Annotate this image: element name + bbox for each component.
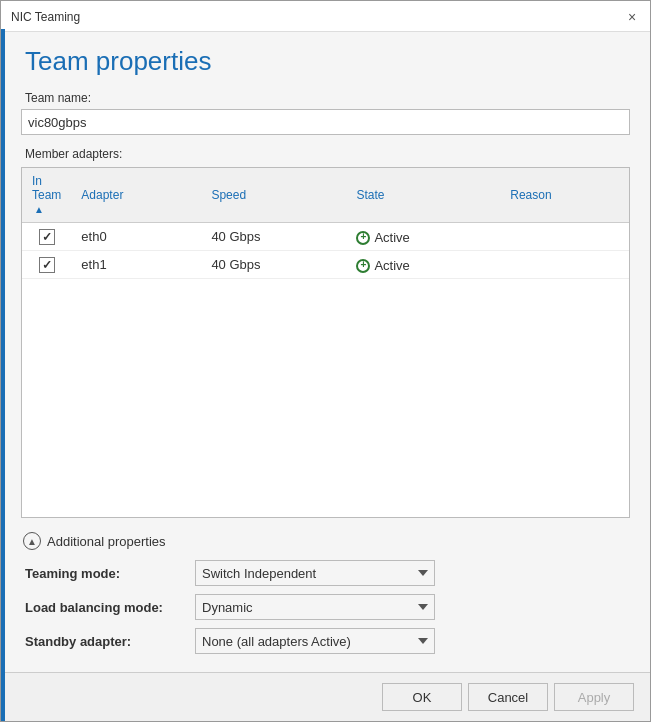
teaming-mode-row: Teaming mode: Switch Independent Static … (21, 560, 630, 586)
table-row: eth140 GbpsActive (22, 251, 629, 279)
close-button[interactable]: × (622, 7, 642, 27)
title-bar: NIC Teaming × (1, 1, 650, 32)
standby-adapter-row: Standby adapter: None (all adapters Acti… (21, 628, 630, 654)
sort-arrow-icon: ▲ (34, 204, 44, 215)
adapter-state: Active (346, 251, 500, 279)
adapter-checkbox[interactable] (39, 257, 55, 273)
window-title: NIC Teaming (11, 10, 80, 24)
load-balancing-mode-select[interactable]: Dynamic Hyper-V Port Transport Ports IP … (195, 594, 435, 620)
additional-properties-header: ▲ Additional properties (21, 532, 630, 550)
member-adapters-label: Member adapters: (21, 147, 630, 161)
load-balancing-mode-row: Load balancing mode: Dynamic Hyper-V Por… (21, 594, 630, 620)
cancel-button[interactable]: Cancel (468, 683, 548, 711)
col-adapter[interactable]: Adapter (71, 168, 201, 223)
standby-adapter-select[interactable]: None (all adapters Active) eth0 eth1 (195, 628, 435, 654)
adapter-checkbox[interactable] (39, 229, 55, 245)
adapter-speed: 40 Gbps (201, 223, 346, 251)
teaming-mode-label: Teaming mode: (25, 566, 195, 581)
standby-adapter-label: Standby adapter: (25, 634, 195, 649)
adapter-name: eth0 (71, 223, 201, 251)
col-speed[interactable]: Speed (201, 168, 346, 223)
ok-button[interactable]: OK (382, 683, 462, 711)
col-in-team[interactable]: In Team ▲ (22, 168, 71, 223)
additional-properties-label: Additional properties (47, 534, 166, 549)
adapter-name: eth1 (71, 251, 201, 279)
team-name-input[interactable] (21, 109, 630, 135)
page-title: Team properties (21, 46, 630, 77)
adapter-reason (500, 251, 629, 279)
adapters-table: In Team ▲ Adapter Speed State Reason eth… (22, 168, 629, 279)
collapse-icon[interactable]: ▲ (23, 532, 41, 550)
active-status-icon (356, 231, 370, 245)
adapter-reason (500, 223, 629, 251)
col-reason[interactable]: Reason (500, 168, 629, 223)
teaming-mode-select[interactable]: Switch Independent Static Teaming LACP (195, 560, 435, 586)
adapter-state: Active (346, 223, 500, 251)
state-text: Active (374, 258, 409, 273)
state-text: Active (374, 230, 409, 245)
main-content: Team properties Team name: Member adapte… (1, 32, 650, 672)
checkbox-cell[interactable] (22, 223, 71, 251)
nic-teaming-dialog: NIC Teaming × Team properties Team name:… (0, 0, 651, 722)
load-balancing-mode-label: Load balancing mode: (25, 600, 195, 615)
apply-button[interactable]: Apply (554, 683, 634, 711)
adapters-table-container: In Team ▲ Adapter Speed State Reason eth… (21, 167, 630, 518)
checkbox-cell[interactable] (22, 251, 71, 279)
title-bar-left: NIC Teaming (11, 10, 80, 24)
table-row: eth040 GbpsActive (22, 223, 629, 251)
adapter-speed: 40 Gbps (201, 251, 346, 279)
left-accent (1, 29, 5, 721)
col-state[interactable]: State (346, 168, 500, 223)
dialog-footer: OK Cancel Apply (1, 672, 650, 721)
team-name-label: Team name: (21, 91, 630, 105)
active-status-icon (356, 259, 370, 273)
